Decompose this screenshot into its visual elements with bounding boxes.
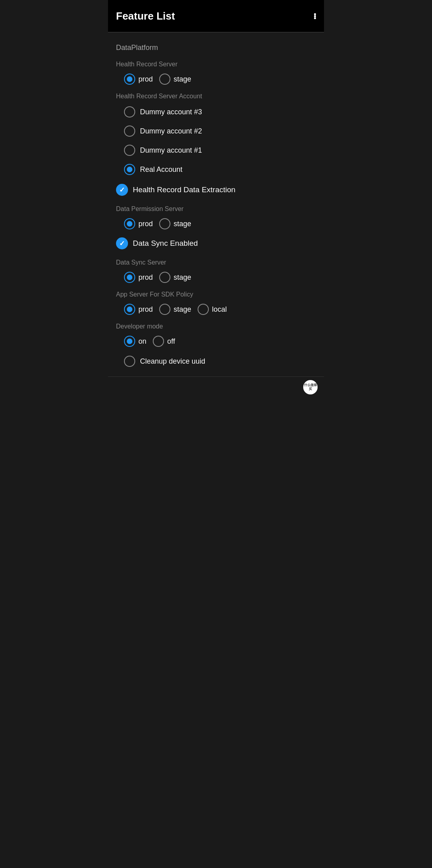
acc-dummy3-label: Dummy account #3 (140, 108, 202, 116)
sdk-stage-option[interactable]: stage (159, 304, 191, 315)
overflow-menu-button[interactable] (314, 13, 316, 19)
developer-mode-label: Developer mode (108, 318, 324, 332)
health-record-server-radio-group: prod stage (108, 70, 324, 88)
sdk-stage-radio[interactable] (159, 304, 170, 315)
dev-on-option[interactable]: on (124, 336, 146, 347)
hrs-prod-option[interactable]: prod (124, 74, 153, 85)
acc-dummy2-radio[interactable] (124, 125, 135, 137)
hrs-stage-label: stage (174, 75, 191, 84)
dss-prod-option[interactable]: prod (124, 272, 153, 283)
data-sync-enabled-checkbox[interactable]: ✓ Data Sync Enabled (108, 233, 324, 254)
acc-dummy2-option[interactable]: Dummy account #2 (108, 121, 324, 141)
cleanup-device-radio[interactable] (124, 356, 135, 367)
sdk-stage-label: stage (174, 305, 191, 314)
dps-stage-radio[interactable] (159, 218, 170, 229)
sdk-prod-label: prod (138, 305, 153, 314)
dev-on-label: on (138, 337, 146, 346)
dps-stage-label: stage (174, 220, 191, 228)
developer-mode-radio-group: on off (108, 332, 324, 350)
hrs-stage-option[interactable]: stage (159, 74, 191, 85)
cleanup-device-option[interactable]: Cleanup device uuid (108, 350, 324, 372)
bottom-bar: 什么值得买 (108, 376, 324, 397)
acc-dummy1-option[interactable]: Dummy account #1 (108, 141, 324, 160)
health-record-server-label: Health Record Server (108, 56, 324, 70)
app-server-sdk-radio-group: prod stage local (108, 301, 324, 318)
acc-dummy1-radio[interactable] (124, 145, 135, 156)
data-sync-server-radio-group: prod stage (108, 269, 324, 286)
data-sync-enabled-label: Data Sync Enabled (133, 239, 198, 248)
dss-stage-label: stage (174, 273, 191, 282)
dss-stage-radio[interactable] (159, 272, 170, 283)
acc-dummy1-label: Dummy account #1 (140, 146, 202, 155)
acc-dummy3-option[interactable]: Dummy account #3 (108, 102, 324, 121)
bottom-logo: 什么值得买 (303, 380, 318, 394)
acc-real-label: Real Account (140, 165, 182, 174)
dss-stage-option[interactable]: stage (159, 272, 191, 283)
dev-off-option[interactable]: off (153, 336, 175, 347)
acc-dummy2-label: Dummy account #2 (140, 127, 202, 135)
dss-prod-label: prod (138, 273, 153, 282)
data-sync-server-label: Data Sync Server (108, 254, 324, 269)
app-server-sdk-label: App Server For SDK Policy (108, 286, 324, 301)
feature-list-content: DataPlatform Health Record Server prod s… (108, 32, 324, 376)
section-dataplatform: DataPlatform (108, 36, 324, 56)
health-record-account-label: Health Record Server Account (108, 88, 324, 102)
hrs-prod-radio[interactable] (124, 74, 135, 85)
hrs-stage-radio[interactable] (159, 74, 170, 85)
sdk-local-radio[interactable] (198, 304, 209, 315)
app-header: Feature List (108, 0, 324, 32)
acc-real-option[interactable]: Real Account (108, 160, 324, 179)
data-sync-enabled-check-icon: ✓ (116, 237, 128, 249)
health-record-extraction-checkbox[interactable]: ✓ Health Record Data Extraction (108, 179, 324, 201)
sdk-prod-radio[interactable] (124, 304, 135, 315)
data-permission-server-label: Data Permission Server (108, 201, 324, 215)
dev-on-radio[interactable] (124, 336, 135, 347)
dps-prod-option[interactable]: prod (124, 218, 153, 229)
sdk-prod-option[interactable]: prod (124, 304, 153, 315)
acc-real-radio[interactable] (124, 164, 135, 175)
dev-off-radio[interactable] (153, 336, 164, 347)
dss-prod-radio[interactable] (124, 272, 135, 283)
sdk-local-label: local (212, 305, 227, 314)
cleanup-device-label: Cleanup device uuid (140, 357, 205, 366)
sdk-local-option[interactable]: local (198, 304, 227, 315)
dps-stage-option[interactable]: stage (159, 218, 191, 229)
dev-off-label: off (167, 337, 175, 346)
data-permission-server-radio-group: prod stage (108, 215, 324, 233)
health-record-extraction-check-icon: ✓ (116, 184, 128, 196)
hrs-prod-label: prod (138, 75, 153, 84)
dps-prod-radio[interactable] (124, 218, 135, 229)
health-record-extraction-label: Health Record Data Extraction (133, 185, 236, 194)
acc-dummy3-radio[interactable] (124, 106, 135, 117)
dps-prod-label: prod (138, 220, 153, 228)
page-title: Feature List (116, 10, 175, 22)
